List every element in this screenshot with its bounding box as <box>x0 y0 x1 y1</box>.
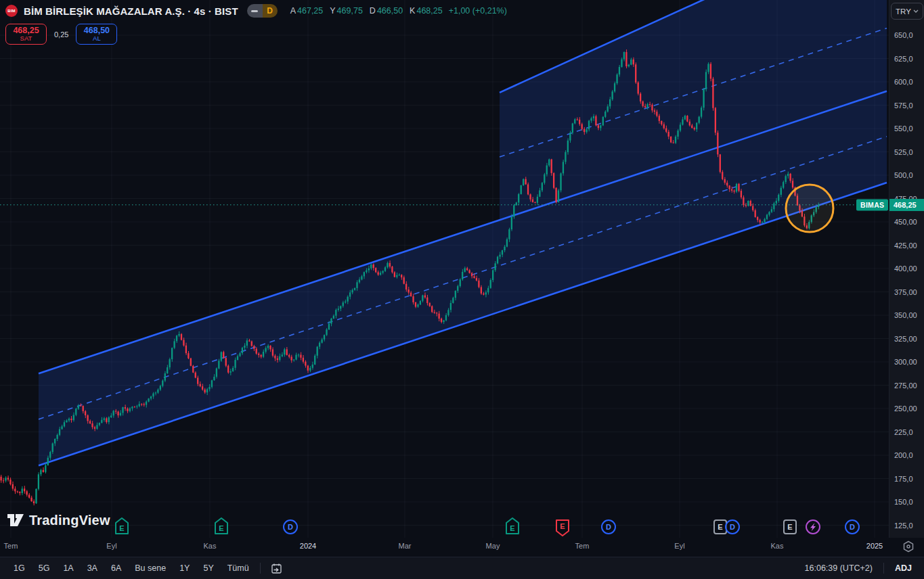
event-badge-earnings-up[interactable]: E <box>506 518 519 534</box>
event-badge-earnings-up[interactable]: E <box>215 518 227 534</box>
trade-panel: 468,25 SAT 0,25 468,50 AL <box>5 24 117 45</box>
ohlc-pair: K468,25 <box>410 6 443 16</box>
minus-icon[interactable] <box>247 4 263 18</box>
event-badge-earnings-down[interactable]: E <box>556 520 569 536</box>
price-axis[interactable]: TRY 650,0625,0600,0575,0550,0525,0500,04… <box>889 0 924 538</box>
time-tick-label: Tem <box>575 542 590 550</box>
time-tick-label: Eyl <box>674 542 684 550</box>
symbol-title[interactable]: BİM BİRLEŞİK MAĞAZALAR A.Ş. · 4s · BIST <box>24 5 238 17</box>
event-badge-dividend[interactable]: D <box>284 520 297 534</box>
tradingview-logo-text: TradingView <box>29 513 110 528</box>
earnings-letter: E <box>560 522 565 530</box>
event-badge-dividend[interactable]: D <box>602 520 615 534</box>
buy-button[interactable]: 468,50 AL <box>76 24 117 45</box>
tradingview-logo[interactable]: TradingView <box>7 512 110 528</box>
time-tick-label: Eyl <box>106 542 116 550</box>
price-tick-label: 125,0 <box>894 522 913 530</box>
range-button-1a[interactable]: 1A <box>56 561 80 576</box>
sell-button[interactable]: 468,25 SAT <box>5 24 47 45</box>
price-tick-label: 275,00 <box>894 381 917 390</box>
earnings-letter: E <box>787 523 792 531</box>
price-tick-label: 375,00 <box>894 288 917 296</box>
event-badge-earnings-up[interactable]: E <box>116 518 128 534</box>
price-tick-label: 300,00 <box>894 358 917 366</box>
event-badge-dividend[interactable]: D <box>726 520 739 534</box>
time-tick-label: Kas <box>771 542 784 550</box>
highlight-circle-annotation[interactable] <box>786 185 833 232</box>
price-tick-label: 225,0 <box>894 428 913 436</box>
delayed-badge[interactable]: D <box>263 4 278 18</box>
go-to-date-button[interactable] <box>265 562 288 575</box>
buy-label: AL <box>93 35 101 42</box>
calendar-arrow-icon <box>270 562 283 575</box>
event-badge-earnings-neutral[interactable]: E <box>784 520 796 534</box>
dividend-letter: D <box>288 523 293 531</box>
trend-channel-line[interactable] <box>39 183 887 465</box>
event-badge-dividend[interactable]: D <box>845 520 859 534</box>
time-tick-label: Mar <box>399 542 412 550</box>
range-button-5y[interactable]: 5Y <box>196 561 220 576</box>
price-tick-label: 325,00 <box>894 335 917 343</box>
currency-dropdown[interactable]: TRY <box>891 3 923 20</box>
currency-label: TRY <box>896 7 911 16</box>
delayed-data-toggle[interactable]: D <box>247 4 278 18</box>
price-chart-canvas[interactable]: EEDEEDEDED <box>0 0 889 538</box>
event-badge-bolt[interactable] <box>806 520 820 534</box>
price-tick-label: 400,00 <box>894 264 917 273</box>
price-tick-label: 575,0 <box>894 101 913 110</box>
price-tick-label: 175,0 <box>894 475 913 483</box>
price-change: +1,00 (+0,21%) <box>449 6 507 16</box>
tradingview-logo-icon <box>7 512 24 528</box>
toolbar-right: 16:06:39 (UTC+2) ADJ <box>798 563 919 574</box>
earnings-letter: E <box>119 524 124 532</box>
symbol-logo[interactable]: BIM <box>5 5 18 17</box>
range-button-tümü[interactable]: Tümü <box>221 561 256 576</box>
price-tick-label: 250,00 <box>894 404 917 413</box>
time-tick-label: Kas <box>204 542 217 550</box>
range-button-3a[interactable]: 3A <box>81 561 104 576</box>
session-clock[interactable]: 16:06:39 (UTC+2) <box>798 563 879 573</box>
dividend-letter: D <box>730 523 735 531</box>
time-tick-label: 2024 <box>300 542 316 550</box>
price-tick-label: 500,0 <box>894 171 913 179</box>
price-tick-label: 350,00 <box>894 311 917 319</box>
symbol-header: BIM BİM BİRLEŞİK MAĞAZALAR A.Ş. · 4s · B… <box>5 4 507 18</box>
range-button-6a[interactable]: 6A <box>104 561 128 576</box>
ohlc-pair: D466,50 <box>370 6 403 16</box>
trend-channel-line[interactable] <box>39 91 887 373</box>
price-tick-label: 525,0 <box>894 148 913 156</box>
ohlc-pair: A467,25 <box>290 6 324 16</box>
date-range-buttons: 1G5G1A3A6ABu sene1Y5YTümü <box>7 561 256 576</box>
spread-value: 0,25 <box>53 30 70 39</box>
bottom-toolbar: 1G5G1A3A6ABu sene1Y5YTümü 16:06:39 (UTC+… <box>0 557 924 579</box>
time-tick-label: Tem <box>4 542 18 550</box>
sell-label: SAT <box>20 35 32 42</box>
range-button-5g[interactable]: 5G <box>32 561 57 576</box>
earnings-letter: E <box>718 523 722 531</box>
price-tick-label: 200,0 <box>894 451 913 459</box>
toolbar-divider <box>883 563 884 574</box>
price-tick-label: 425,00 <box>894 241 917 250</box>
price-tick-label: 150,0 <box>894 498 913 506</box>
range-button-1y[interactable]: 1Y <box>173 561 196 576</box>
range-button-1g[interactable]: 1G <box>7 561 32 576</box>
dividend-letter: D <box>606 523 611 531</box>
time-tick-label: May <box>486 542 500 550</box>
ohlc-values: A467,25Y469,75D466,50K468,25 <box>290 6 443 16</box>
price-tick-label: 600,0 <box>894 78 913 86</box>
chevron-down-icon <box>913 9 919 13</box>
earnings-letter: E <box>510 524 514 532</box>
earnings-letter: E <box>219 524 223 532</box>
axis-settings-gear-icon[interactable] <box>901 539 916 554</box>
time-tick-label: 2025 <box>866 542 883 550</box>
toolbar-divider <box>260 563 261 574</box>
tradingview-chart-window: EEDEEDEDED TRY 650,0625,0600,0575,0550,0… <box>0 0 924 579</box>
time-axis[interactable]: TemEylKas2024MarMayTemEylKas2025 <box>0 538 889 557</box>
event-badge-earnings-neutral[interactable]: E <box>714 520 726 534</box>
price-tick-label: 550,0 <box>894 124 913 133</box>
ohlc-pair: Y469,75 <box>330 6 363 16</box>
range-button-bu-sene[interactable]: Bu sene <box>128 561 173 576</box>
adjusted-data-toggle[interactable]: ADJ <box>888 563 919 573</box>
last-price-label: 468,25 <box>889 199 924 211</box>
price-tick-label: 650,0 <box>894 31 913 39</box>
